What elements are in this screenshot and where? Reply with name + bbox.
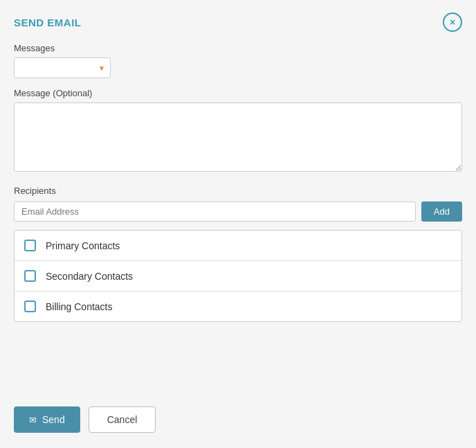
billing-contacts-checkbox[interactable] [24, 301, 36, 312]
secondary-contacts-checkbox[interactable] [24, 270, 36, 282]
billing-contacts-label: Billing Contacts [46, 301, 113, 312]
message-textarea[interactable] [14, 102, 462, 172]
messages-label: Messages [14, 43, 462, 53]
primary-contacts-label: Primary Contacts [46, 240, 120, 251]
cancel-button[interactable]: Cancel [89, 406, 156, 433]
secondary-contacts-label: Secondary Contacts [46, 271, 133, 282]
add-button[interactable]: Add [421, 201, 462, 222]
send-email-dialog: SEND EMAIL × Messages ▼ Message (Optiona… [0, 0, 476, 448]
primary-contacts-checkbox[interactable] [24, 240, 36, 251]
message-section: Message (Optional) [14, 88, 462, 174]
contact-item-primary: Primary Contacts [15, 231, 461, 261]
messages-select[interactable] [14, 57, 111, 78]
dialog-title: SEND EMAIL [14, 17, 82, 28]
email-add-row: Add [14, 201, 462, 222]
contact-item-billing: Billing Contacts [15, 292, 461, 321]
send-icon: ✉ [29, 415, 37, 425]
contact-item-secondary: Secondary Contacts [15, 261, 461, 292]
close-button[interactable]: × [443, 12, 462, 32]
message-label: Message (Optional) [14, 88, 462, 98]
dialog-header: SEND EMAIL × [14, 12, 462, 32]
messages-select-wrapper: ▼ [14, 57, 111, 78]
dialog-footer: ✉ Send Cancel [14, 406, 156, 433]
email-input[interactable] [14, 201, 416, 222]
recipients-section: Recipients Add Primary Contacts Secondar… [14, 186, 462, 322]
messages-section: Messages ▼ [14, 43, 462, 78]
contact-list: Primary Contacts Secondary Contacts Bill… [14, 230, 462, 322]
send-button[interactable]: ✉ Send [14, 406, 80, 433]
recipients-label: Recipients [14, 186, 462, 196]
send-label: Send [42, 414, 65, 425]
